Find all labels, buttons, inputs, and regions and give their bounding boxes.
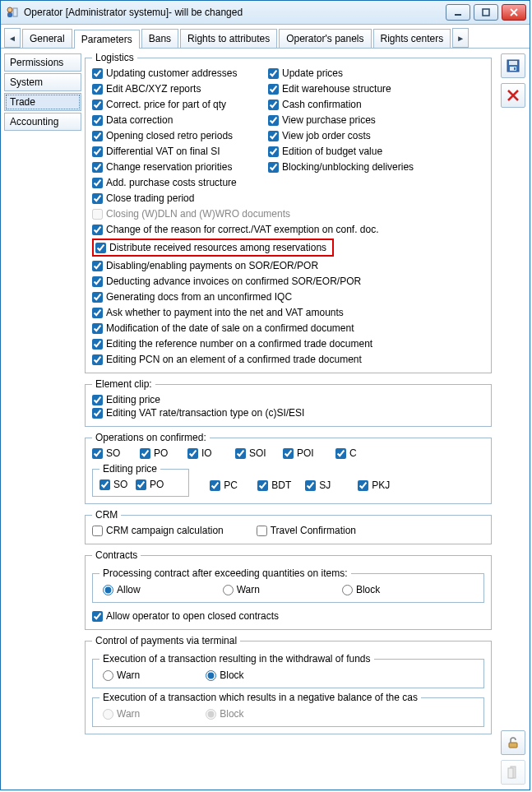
editing-price-subgroup: Editing price SOPO — [92, 463, 189, 497]
editing-price-legend: Editing price — [99, 463, 160, 475]
checkbox-blocking-unblocking-deliveries[interactable]: Blocking/unblocking deliveries — [268, 160, 484, 174]
checkbox-close-trading-period[interactable]: Close trading period — [92, 192, 484, 205]
svg-rect-9 — [509, 743, 517, 748]
maximize-button[interactable] — [474, 4, 498, 21]
checkbox-op-so[interactable]: SO — [92, 447, 140, 460]
terminal-negative-balance-legend: Execution of a transaction which results… — [99, 692, 421, 703]
side-tabstrip: PermissionsSystemTradeAccounting — [1, 49, 83, 790]
checkbox-differential-vat-on-final-si[interactable]: Differential VAT on final SI — [92, 145, 265, 158]
checkbox-opening-closed-retro-periods[interactable]: Opening closed retro periods — [92, 129, 265, 142]
checkbox-distribute-received-resources-among-rese[interactable]: Distribute received resources among rese… — [95, 241, 331, 254]
tab-operator-s-panels[interactable]: Operator's panels — [279, 29, 371, 48]
processing-contract-subgroup: Processing contract after exceeding quan… — [92, 567, 484, 603]
checkbox-edition-of-budget-value[interactable]: Edition of budget value — [268, 145, 484, 158]
checkbox-label: SO — [106, 447, 120, 459]
checkbox-data-correction[interactable]: Data correction — [92, 113, 265, 127]
unlock-button[interactable] — [501, 730, 525, 755]
checkbox-label: C — [349, 447, 357, 459]
element-clip-legend: Element clip: — [92, 378, 155, 390]
terminal-withdrawal-radio-warn[interactable]: Warn — [103, 669, 140, 681]
terminal-withdrawal-subgroup: Execution of a transaction resulting in … — [92, 653, 484, 688]
contracts-radio-warn[interactable]: Warn — [223, 584, 260, 595]
checkbox-view-purchase-prices[interactable]: View purchase prices — [268, 113, 484, 127]
checkbox-cash-confirmation[interactable]: Cash confirmation — [268, 98, 484, 111]
side-tab-system[interactable]: System — [4, 73, 81, 91]
close-button[interactable] — [502, 4, 526, 21]
checkbox-op-soi[interactable]: SOI — [235, 447, 283, 460]
checkbox-editing-vat-rate-transaction-type-on-c-s[interactable]: Editing VAT rate/transaction type on (c)… — [92, 406, 484, 419]
checkbox-ep-pc[interactable]: PC — [210, 479, 257, 492]
checkbox-label: Edit warehouse structure — [282, 83, 391, 95]
checkbox-correct-price-for-part-of-qty[interactable]: Correct. price for part of qty — [92, 98, 265, 111]
checkbox-label: Opening closed retro periods — [106, 130, 233, 141]
allow-open-closed-contracts[interactable]: Allow operator to open closed contracts — [92, 609, 484, 623]
checkbox-edit-abc-xyz-reports[interactable]: Edit ABC/XYZ reports — [92, 82, 265, 95]
svg-rect-1 — [7, 12, 12, 17]
tab-parameters[interactable]: Parameters — [74, 30, 140, 49]
checkbox-label: SO — [113, 479, 127, 490]
checkbox-updating-customer-addresses[interactable]: Updating customer addresses — [92, 67, 265, 80]
checkbox-update-prices[interactable]: Update prices — [268, 67, 484, 80]
checkbox-label: Generating docs from an unconfirmed IQC — [106, 291, 292, 303]
checkbox-ep-pkj[interactable]: PKJ — [358, 479, 405, 492]
checkbox-crm-campaign-calculation[interactable]: CRM campaign calculation — [92, 524, 224, 537]
radio-label: Block — [220, 669, 243, 681]
contracts-radio-block[interactable]: Block — [342, 584, 380, 595]
checkbox-deducting-advance-invoices-on-confirmed-[interactable]: Deducting advance invoices on confirmed … — [92, 275, 484, 288]
checkbox-op-poi[interactable]: POI — [283, 447, 335, 460]
checkbox-ep-bdt[interactable]: BDT — [257, 479, 305, 492]
checkbox-generating-docs-from-an-unconfirmed-iqc[interactable]: Generating docs from an unconfirmed IQC — [92, 290, 484, 303]
checkbox-label: Updating customer addresses — [106, 67, 237, 79]
checkbox-label: Change reservation priorities — [106, 161, 232, 173]
checkbox-change-of-the-reason-for-correct-vat-exe[interactable]: Change of the reason for correct./VAT ex… — [92, 223, 484, 236]
terminal-withdrawal-radio-block[interactable]: Block — [206, 669, 243, 681]
checkbox-label: Editing VAT rate/transaction type on (c)… — [106, 407, 304, 419]
tab-scroll-right[interactable]: ► — [452, 28, 469, 48]
checkbox-disabling-enabling-payments-on-sor-eor-p[interactable]: Disabling/enabling payments on SOR/EOR/P… — [92, 259, 484, 272]
checkbox-label: Update prices — [282, 67, 343, 79]
checkbox-editing-the-reference-number-on-a-confir[interactable]: Editing the reference number on a confir… — [92, 337, 484, 350]
checkbox-op-io[interactable]: IO — [187, 447, 235, 460]
checkbox-ep-sj[interactable]: SJ — [305, 479, 358, 492]
side-tab-trade[interactable]: Trade — [4, 93, 81, 111]
checkbox-op-c[interactable]: C — [335, 447, 383, 460]
svg-rect-11 — [508, 768, 513, 778]
checkbox-editing-pcn-on-an-element-of-a-confirmed[interactable]: Editing PCN on an element of a confirmed… — [92, 353, 484, 366]
checkbox-label: View job order costs — [282, 130, 371, 141]
checkbox-ep-so[interactable]: SO — [99, 478, 136, 491]
minimize-button[interactable] — [446, 4, 470, 21]
side-tab-permissions[interactable]: Permissions — [4, 53, 81, 72]
tab-bans[interactable]: Bans — [141, 29, 178, 48]
allow-open-closed-contracts-label: Allow operator to open closed contracts — [106, 610, 279, 622]
checkbox-edit-warehouse-structure[interactable]: Edit warehouse structure — [268, 82, 484, 95]
checkbox-view-job-order-costs[interactable]: View job order costs — [268, 129, 484, 142]
checkbox-ask-whether-to-payment-into-the-net-and-[interactable]: Ask whether to payment into the net and … — [92, 306, 484, 319]
checkbox-travel-confirmation[interactable]: Travel Confirmation — [257, 524, 356, 537]
cancel-button[interactable] — [501, 83, 525, 108]
radio-label: Warn — [117, 669, 140, 681]
checkbox-change-reservation-priorities[interactable]: Change reservation priorities — [92, 160, 265, 174]
checkbox-op-po[interactable]: PO — [140, 447, 187, 460]
checkbox-label: Differential VAT on final SI — [106, 146, 220, 157]
checkbox-modification-of-the-date-of-sale-on-a-co[interactable]: Modification of the date of sale on a co… — [92, 322, 484, 335]
checkbox-ep-po[interactable]: PO — [136, 478, 172, 491]
history-button[interactable] — [501, 760, 525, 785]
tab-general[interactable]: General — [22, 29, 72, 48]
checkbox-editing-price[interactable]: Editing price — [92, 393, 484, 406]
checkbox-label: Modification of the date of sale on a co… — [106, 322, 354, 334]
terminal-legend: Control of payments via terminal — [92, 635, 240, 646]
tab-scroll-left[interactable]: ◄ — [4, 28, 21, 48]
svg-rect-2 — [13, 8, 17, 16]
checkbox-closing-w-dln-and-w-wro-documents: Closing (W)DLN and (W)WRO documents — [92, 207, 484, 220]
save-button[interactable] — [501, 53, 525, 78]
contracts-radio-allow[interactable]: Allow — [103, 584, 141, 595]
tab-rights-to-attributes[interactable]: Rights to attributes — [180, 29, 277, 48]
checkbox-add-purchase-costs-structure[interactable]: Add. purchase costs structure — [92, 176, 484, 189]
contracts-legend: Contracts — [92, 549, 141, 561]
checkbox-label: Closing (W)DLN and (W)WRO documents — [106, 208, 290, 220]
side-tab-accounting[interactable]: Accounting — [4, 113, 81, 131]
checkbox-label: View purchase prices — [282, 114, 376, 126]
checkbox-label: POI — [297, 447, 314, 459]
radio-label: Warn — [237, 584, 260, 595]
tab-rights-centers[interactable]: Rights centers — [373, 29, 451, 48]
